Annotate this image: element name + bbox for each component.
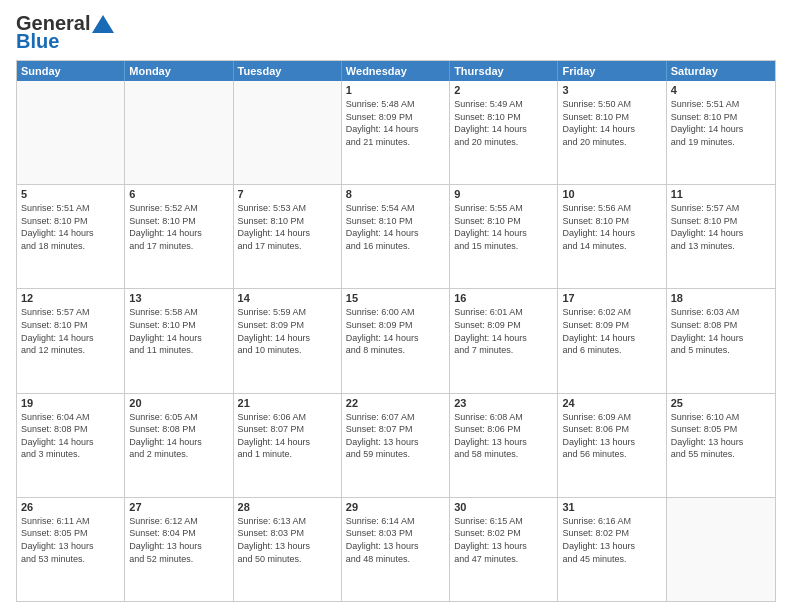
day-number: 16 <box>454 292 553 304</box>
day-number: 24 <box>562 397 661 409</box>
day-number: 3 <box>562 84 661 96</box>
calendar-header-cell-thursday: Thursday <box>450 61 558 81</box>
day-number: 19 <box>21 397 120 409</box>
calendar-cell-w2d2: 6Sunrise: 5:52 AM Sunset: 8:10 PM Daylig… <box>125 185 233 288</box>
day-number: 20 <box>129 397 228 409</box>
day-info: Sunrise: 6:11 AM Sunset: 8:05 PM Dayligh… <box>21 515 120 565</box>
day-info: Sunrise: 5:51 AM Sunset: 8:10 PM Dayligh… <box>21 202 120 252</box>
day-info: Sunrise: 6:14 AM Sunset: 8:03 PM Dayligh… <box>346 515 445 565</box>
day-number: 8 <box>346 188 445 200</box>
calendar-cell-w1d4: 1Sunrise: 5:48 AM Sunset: 8:09 PM Daylig… <box>342 81 450 184</box>
day-number: 9 <box>454 188 553 200</box>
day-info: Sunrise: 5:56 AM Sunset: 8:10 PM Dayligh… <box>562 202 661 252</box>
day-number: 26 <box>21 501 120 513</box>
calendar-cell-w1d6: 3Sunrise: 5:50 AM Sunset: 8:10 PM Daylig… <box>558 81 666 184</box>
calendar-cell-w3d1: 12Sunrise: 5:57 AM Sunset: 8:10 PM Dayli… <box>17 289 125 392</box>
calendar-cell-w3d2: 13Sunrise: 5:58 AM Sunset: 8:10 PM Dayli… <box>125 289 233 392</box>
day-number: 5 <box>21 188 120 200</box>
calendar-cell-w5d7 <box>667 498 775 601</box>
day-number: 17 <box>562 292 661 304</box>
day-number: 18 <box>671 292 771 304</box>
calendar-cell-w3d4: 15Sunrise: 6:00 AM Sunset: 8:09 PM Dayli… <box>342 289 450 392</box>
day-info: Sunrise: 6:08 AM Sunset: 8:06 PM Dayligh… <box>454 411 553 461</box>
day-info: Sunrise: 5:50 AM Sunset: 8:10 PM Dayligh… <box>562 98 661 148</box>
calendar-cell-w4d6: 24Sunrise: 6:09 AM Sunset: 8:06 PM Dayli… <box>558 394 666 497</box>
day-info: Sunrise: 5:48 AM Sunset: 8:09 PM Dayligh… <box>346 98 445 148</box>
day-info: Sunrise: 6:15 AM Sunset: 8:02 PM Dayligh… <box>454 515 553 565</box>
day-info: Sunrise: 6:06 AM Sunset: 8:07 PM Dayligh… <box>238 411 337 461</box>
calendar-cell-w5d3: 28Sunrise: 6:13 AM Sunset: 8:03 PM Dayli… <box>234 498 342 601</box>
calendar-cell-w5d2: 27Sunrise: 6:12 AM Sunset: 8:04 PM Dayli… <box>125 498 233 601</box>
calendar-cell-w5d4: 29Sunrise: 6:14 AM Sunset: 8:03 PM Dayli… <box>342 498 450 601</box>
calendar-week-5: 26Sunrise: 6:11 AM Sunset: 8:05 PM Dayli… <box>17 497 775 601</box>
day-info: Sunrise: 6:03 AM Sunset: 8:08 PM Dayligh… <box>671 306 771 356</box>
calendar-cell-w4d4: 22Sunrise: 6:07 AM Sunset: 8:07 PM Dayli… <box>342 394 450 497</box>
header: General Blue <box>16 12 776 52</box>
calendar-cell-w2d1: 5Sunrise: 5:51 AM Sunset: 8:10 PM Daylig… <box>17 185 125 288</box>
calendar-cell-w3d5: 16Sunrise: 6:01 AM Sunset: 8:09 PM Dayli… <box>450 289 558 392</box>
day-info: Sunrise: 6:16 AM Sunset: 8:02 PM Dayligh… <box>562 515 661 565</box>
day-number: 12 <box>21 292 120 304</box>
calendar-cell-w2d3: 7Sunrise: 5:53 AM Sunset: 8:10 PM Daylig… <box>234 185 342 288</box>
day-info: Sunrise: 6:13 AM Sunset: 8:03 PM Dayligh… <box>238 515 337 565</box>
day-info: Sunrise: 6:09 AM Sunset: 8:06 PM Dayligh… <box>562 411 661 461</box>
day-info: Sunrise: 5:49 AM Sunset: 8:10 PM Dayligh… <box>454 98 553 148</box>
day-number: 6 <box>129 188 228 200</box>
calendar-cell-w4d3: 21Sunrise: 6:06 AM Sunset: 8:07 PM Dayli… <box>234 394 342 497</box>
day-info: Sunrise: 6:05 AM Sunset: 8:08 PM Dayligh… <box>129 411 228 461</box>
calendar-week-4: 19Sunrise: 6:04 AM Sunset: 8:08 PM Dayli… <box>17 393 775 497</box>
day-number: 11 <box>671 188 771 200</box>
day-info: Sunrise: 6:00 AM Sunset: 8:09 PM Dayligh… <box>346 306 445 356</box>
calendar-cell-w3d6: 17Sunrise: 6:02 AM Sunset: 8:09 PM Dayli… <box>558 289 666 392</box>
calendar-cell-w5d6: 31Sunrise: 6:16 AM Sunset: 8:02 PM Dayli… <box>558 498 666 601</box>
day-info: Sunrise: 5:57 AM Sunset: 8:10 PM Dayligh… <box>671 202 771 252</box>
calendar-cell-w4d7: 25Sunrise: 6:10 AM Sunset: 8:05 PM Dayli… <box>667 394 775 497</box>
calendar-cell-w3d7: 18Sunrise: 6:03 AM Sunset: 8:08 PM Dayli… <box>667 289 775 392</box>
day-number: 7 <box>238 188 337 200</box>
calendar-cell-w2d5: 9Sunrise: 5:55 AM Sunset: 8:10 PM Daylig… <box>450 185 558 288</box>
logo-text-blue: Blue <box>16 30 59 52</box>
calendar-header-cell-saturday: Saturday <box>667 61 775 81</box>
calendar-cell-w4d2: 20Sunrise: 6:05 AM Sunset: 8:08 PM Dayli… <box>125 394 233 497</box>
calendar-header-cell-tuesday: Tuesday <box>234 61 342 81</box>
day-number: 14 <box>238 292 337 304</box>
calendar-week-2: 5Sunrise: 5:51 AM Sunset: 8:10 PM Daylig… <box>17 184 775 288</box>
day-number: 29 <box>346 501 445 513</box>
day-number: 31 <box>562 501 661 513</box>
day-info: Sunrise: 5:53 AM Sunset: 8:10 PM Dayligh… <box>238 202 337 252</box>
calendar-cell-w4d5: 23Sunrise: 6:08 AM Sunset: 8:06 PM Dayli… <box>450 394 558 497</box>
day-info: Sunrise: 5:51 AM Sunset: 8:10 PM Dayligh… <box>671 98 771 148</box>
calendar-cell-w1d1 <box>17 81 125 184</box>
day-number: 13 <box>129 292 228 304</box>
day-number: 23 <box>454 397 553 409</box>
day-number: 10 <box>562 188 661 200</box>
day-info: Sunrise: 6:12 AM Sunset: 8:04 PM Dayligh… <box>129 515 228 565</box>
day-number: 25 <box>671 397 771 409</box>
calendar-header-cell-wednesday: Wednesday <box>342 61 450 81</box>
day-info: Sunrise: 5:52 AM Sunset: 8:10 PM Dayligh… <box>129 202 228 252</box>
day-info: Sunrise: 5:59 AM Sunset: 8:09 PM Dayligh… <box>238 306 337 356</box>
calendar-body: 1Sunrise: 5:48 AM Sunset: 8:09 PM Daylig… <box>17 81 775 601</box>
calendar-cell-w4d1: 19Sunrise: 6:04 AM Sunset: 8:08 PM Dayli… <box>17 394 125 497</box>
calendar-header-row: SundayMondayTuesdayWednesdayThursdayFrid… <box>17 61 775 81</box>
day-number: 28 <box>238 501 337 513</box>
day-number: 15 <box>346 292 445 304</box>
day-info: Sunrise: 6:01 AM Sunset: 8:09 PM Dayligh… <box>454 306 553 356</box>
calendar-cell-w1d2 <box>125 81 233 184</box>
calendar-cell-w5d1: 26Sunrise: 6:11 AM Sunset: 8:05 PM Dayli… <box>17 498 125 601</box>
page: General Blue SundayMondayTuesdayWednesda… <box>0 0 792 612</box>
calendar-cell-w3d3: 14Sunrise: 5:59 AM Sunset: 8:09 PM Dayli… <box>234 289 342 392</box>
day-number: 1 <box>346 84 445 96</box>
day-info: Sunrise: 5:57 AM Sunset: 8:10 PM Dayligh… <box>21 306 120 356</box>
day-number: 4 <box>671 84 771 96</box>
day-number: 21 <box>238 397 337 409</box>
calendar-header-cell-sunday: Sunday <box>17 61 125 81</box>
calendar-header-cell-monday: Monday <box>125 61 233 81</box>
day-info: Sunrise: 6:04 AM Sunset: 8:08 PM Dayligh… <box>21 411 120 461</box>
day-info: Sunrise: 6:07 AM Sunset: 8:07 PM Dayligh… <box>346 411 445 461</box>
day-info: Sunrise: 5:55 AM Sunset: 8:10 PM Dayligh… <box>454 202 553 252</box>
day-number: 2 <box>454 84 553 96</box>
calendar-cell-w2d4: 8Sunrise: 5:54 AM Sunset: 8:10 PM Daylig… <box>342 185 450 288</box>
calendar-week-1: 1Sunrise: 5:48 AM Sunset: 8:09 PM Daylig… <box>17 81 775 184</box>
logo-icon <box>92 15 114 33</box>
